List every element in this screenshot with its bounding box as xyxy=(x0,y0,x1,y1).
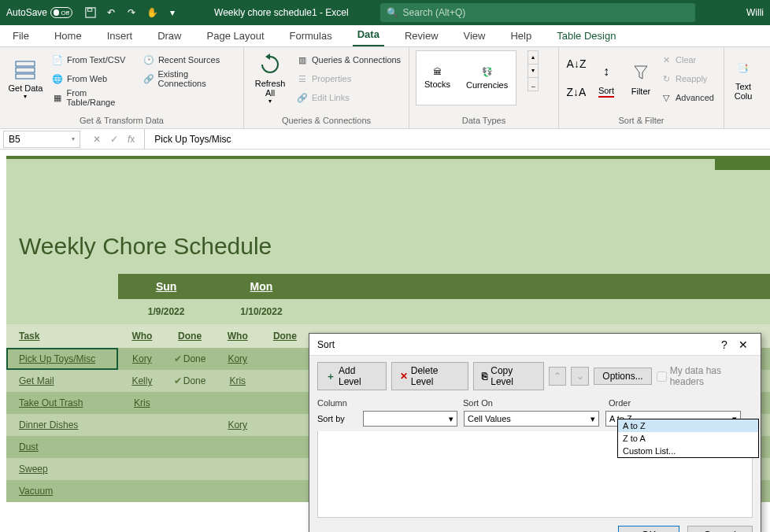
data-cell[interactable] xyxy=(261,458,309,480)
data-cell[interactable] xyxy=(214,392,261,414)
data-cell[interactable] xyxy=(214,436,261,458)
data-cell[interactable]: Kory xyxy=(118,348,165,370)
sort-desc-button[interactable]: Z↓A xyxy=(565,79,587,105)
undo-icon[interactable]: ↶ xyxy=(102,4,120,21)
tab-view[interactable]: View xyxy=(459,27,491,46)
data-cell[interactable] xyxy=(261,480,309,502)
advanced-filter-button[interactable]: ▽Advanced xyxy=(660,90,714,105)
my-data-has-headers-checkbox[interactable]: My data has headers xyxy=(657,365,753,387)
ok-button[interactable]: OK xyxy=(618,526,679,532)
from-web-button[interactable]: 🌐From Web xyxy=(51,71,136,87)
get-data-button[interactable]: Get Data▾ xyxy=(6,50,45,105)
from-table-range-button[interactable]: ▦From Table/Range xyxy=(51,90,136,105)
data-cell[interactable] xyxy=(118,458,165,480)
col-done[interactable]: Done xyxy=(165,324,213,348)
refresh-all-button[interactable]: Refresh All▾ xyxy=(250,50,290,105)
task-cell[interactable]: Dust xyxy=(6,436,118,458)
data-cell[interactable]: Kris xyxy=(214,370,261,392)
data-cell[interactable]: ✔Done xyxy=(165,370,213,392)
stocks-type[interactable]: 🏛Stocks xyxy=(424,67,450,89)
data-cell[interactable] xyxy=(214,480,261,502)
data-cell[interactable]: Kelly xyxy=(118,370,165,392)
currencies-type[interactable]: 💱Currencies xyxy=(466,67,508,90)
task-cell[interactable]: Vacuum xyxy=(6,480,118,502)
autosave-toggle[interactable]: AutoSave Off xyxy=(6,7,72,18)
order-option-ztoa[interactable]: Z to A xyxy=(618,432,758,445)
sort-column-select[interactable]: ▾ xyxy=(363,411,457,427)
data-cell[interactable] xyxy=(165,392,213,414)
add-level-button[interactable]: ＋Add Level xyxy=(317,362,387,390)
customize-qat-icon[interactable]: ▾ xyxy=(164,4,181,21)
dialog-close-button[interactable]: ✕ xyxy=(734,338,753,351)
from-text-csv-button[interactable]: 📄From Text/CSV xyxy=(51,52,136,68)
data-cell[interactable] xyxy=(261,370,309,392)
header-image xyxy=(715,159,770,170)
tab-insert[interactable]: Insert xyxy=(102,27,138,46)
task-cell[interactable]: Dinner Dishes xyxy=(6,414,118,436)
text-to-columns-button[interactable]: 📑 Text Colu xyxy=(731,50,756,105)
task-cell[interactable]: Take Out Trash xyxy=(6,392,118,414)
order-option-atoz[interactable]: A to Z xyxy=(618,419,758,432)
sort-asc-button[interactable]: A↓Z xyxy=(565,50,587,77)
data-cell[interactable]: Kory xyxy=(214,348,261,370)
tab-review[interactable]: Review xyxy=(400,27,443,46)
redo-icon[interactable]: ↷ xyxy=(123,4,140,21)
data-cell[interactable] xyxy=(165,436,213,458)
task-cell[interactable]: Sweep xyxy=(6,458,118,480)
fx-icon[interactable]: fx xyxy=(128,134,135,145)
gallery-more[interactable]: ⎯ xyxy=(528,77,539,91)
queries-connections-button[interactable]: ▥Queries & Connections xyxy=(296,52,401,68)
sort-options-button[interactable]: Options... xyxy=(594,368,651,385)
existing-connections-button[interactable]: 🔗Existing Connections xyxy=(143,71,237,87)
tab-help[interactable]: Help xyxy=(505,27,536,46)
tab-file[interactable]: File xyxy=(8,27,34,46)
tab-formulas[interactable]: Formulas xyxy=(285,27,337,46)
order-dropdown-list[interactable]: A to Z Z to A Custom List... xyxy=(617,419,759,458)
cancel-button[interactable]: Cancel xyxy=(687,526,753,532)
data-cell[interactable]: ✔Done xyxy=(165,348,213,370)
data-cell[interactable] xyxy=(261,348,309,370)
data-cell[interactable]: Kory xyxy=(214,414,261,436)
copy-level-button[interactable]: ⎘Copy Level xyxy=(473,362,543,390)
namebox-dropdown-icon[interactable]: ▾ xyxy=(72,135,75,142)
data-cell[interactable] xyxy=(118,480,165,502)
data-cell[interactable] xyxy=(165,414,213,436)
data-cell[interactable]: Kris xyxy=(118,392,165,414)
touch-icon[interactable]: ✋ xyxy=(143,4,161,21)
order-option-custom[interactable]: Custom List... xyxy=(618,445,758,457)
data-types-gallery[interactable]: 🏛Stocks 💱Currencies xyxy=(416,50,516,105)
task-cell[interactable]: Pick Up Toys/Misc xyxy=(6,348,118,370)
col-who[interactable]: Who xyxy=(118,324,165,348)
search-bar[interactable]: 🔍 Search (Alt+Q) xyxy=(380,3,695,22)
gallery-down[interactable]: ▾ xyxy=(528,64,539,78)
sort-on-select[interactable]: Cell Values▾ xyxy=(464,411,599,427)
name-box[interactable]: B5 ▾ xyxy=(3,131,80,148)
data-cell[interactable] xyxy=(165,480,213,502)
sort-button[interactable]: ↕ Sort xyxy=(590,50,622,105)
task-cell[interactable]: Get Mail xyxy=(6,370,118,392)
enter-formula-icon[interactable]: ✓ xyxy=(110,134,118,145)
filter-button[interactable]: Filter xyxy=(625,50,657,105)
formula-input[interactable]: Pick Up Toys/Misc xyxy=(145,134,770,145)
data-cell[interactable] xyxy=(261,392,309,414)
data-cell[interactable] xyxy=(261,414,309,436)
tab-table-design[interactable]: Table Design xyxy=(552,27,620,46)
tab-page-layout[interactable]: Page Layout xyxy=(202,27,269,46)
tab-home[interactable]: Home xyxy=(50,27,87,46)
data-cell[interactable] xyxy=(214,458,261,480)
cancel-formula-icon[interactable]: ✕ xyxy=(93,134,101,145)
day-sun[interactable]: Sun xyxy=(118,274,213,299)
tab-draw[interactable]: Draw xyxy=(153,27,186,46)
day-mon[interactable]: Mon xyxy=(214,274,309,299)
gallery-up[interactable]: ▴ xyxy=(528,50,539,65)
tab-data[interactable]: Data xyxy=(353,25,384,46)
data-cell[interactable] xyxy=(261,436,309,458)
save-icon[interactable] xyxy=(82,4,99,21)
data-cell[interactable] xyxy=(165,458,213,480)
dialog-help-button[interactable]: ? xyxy=(715,338,734,351)
data-cell[interactable] xyxy=(118,414,165,436)
data-cell[interactable] xyxy=(118,436,165,458)
delete-level-button[interactable]: ✕Delete Level xyxy=(391,362,469,390)
recent-sources-button[interactable]: 🕑Recent Sources xyxy=(143,52,237,68)
col-task[interactable]: Task xyxy=(6,324,118,348)
